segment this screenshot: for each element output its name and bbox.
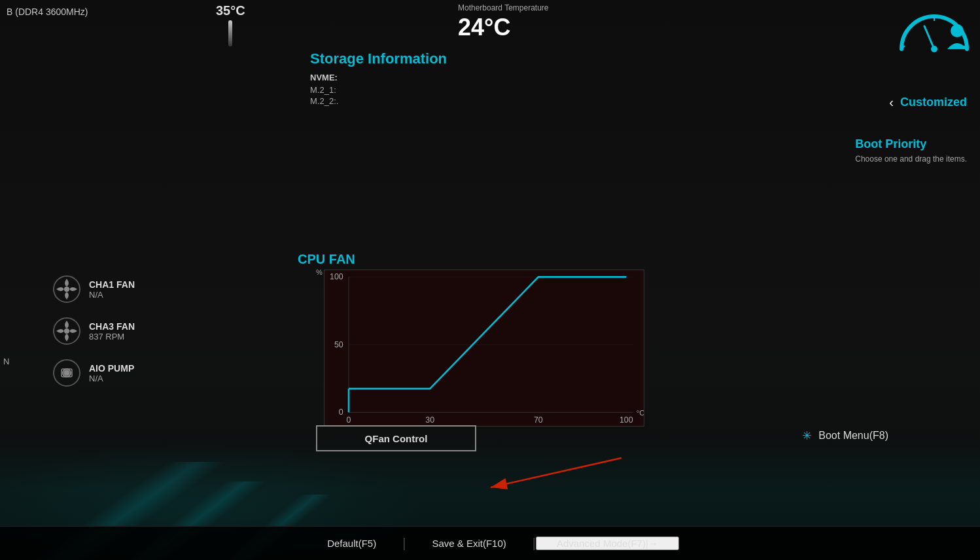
customized-nav[interactable]: ‹ Customized: [889, 95, 980, 110]
fan-info-cha3: CHA3 FAN 837 RPM: [89, 321, 135, 341]
fan-name-aio: AIO PUMP: [89, 363, 134, 374]
svg-point-5: [951, 24, 964, 37]
cpu-fan-title: CPU FAN: [298, 252, 631, 267]
advanced-mode-label: Advanced Mode(F7)|→: [557, 538, 658, 549]
mb-temp-section: Motherboard Temperature 24°C: [458, 3, 549, 41]
left-edge-label: N: [0, 357, 9, 366]
fan-name-cha1: CHA1 FAN: [89, 279, 135, 290]
fan-item-cha3: CHA3 FAN 837 RPM: [52, 317, 135, 345]
snowflake-icon: ✳: [802, 429, 812, 443]
mb-temp-label: Motherboard Temperature: [458, 3, 549, 12]
svg-text:°C: °C: [637, 409, 644, 417]
m2-1-label: M.2_1:: [310, 85, 447, 95]
mb-temp-value: 24°C: [458, 14, 549, 41]
fan-icon-aio: [52, 359, 81, 387]
cpu-temp-section: 35°C: [216, 0, 245, 46]
fan-name-cha3: CHA3 FAN: [89, 321, 135, 332]
fan-item-aio: AIO PUMP N/A: [52, 359, 135, 387]
bottom-bar: Default(F5) | Save & Exit(F10) | Advance…: [0, 526, 980, 560]
fan-speed-cha3: 837 RPM: [89, 332, 135, 341]
qfan-button-label: QFan Control: [365, 433, 428, 444]
storage-title: Storage Information: [310, 50, 447, 67]
advanced-mode-button[interactable]: Advanced Mode(F7)|→: [536, 536, 679, 550]
boot-priority-section: Boot Priority Choose one and drag the it…: [855, 137, 967, 164]
m2-2-label: M.2_2:.: [310, 96, 447, 106]
svg-point-4: [931, 46, 937, 52]
svg-text:30: 30: [425, 415, 434, 425]
fan-info-cha1: CHA1 FAN N/A: [89, 279, 135, 300]
fan-speed-cha1: N/A: [89, 290, 135, 300]
default-label: Default(F5): [327, 538, 376, 549]
fan-icon-cha3: [52, 317, 81, 345]
memory-label: B (DDR4 3600MHz): [7, 7, 88, 17]
memory-text: B (DDR4 3600MHz): [7, 7, 88, 17]
boot-priority-desc: Choose one and drag the items.: [855, 154, 967, 164]
boot-menu-label: Boot Menu(F8): [818, 430, 888, 442]
temp-bar-indicator: [228, 20, 232, 46]
storage-section: Storage Information NVME: M.2_1: M.2_2:.: [310, 50, 447, 107]
fan-section: CHA1 FAN N/A CHA3 FAN 837 RPM AI: [52, 275, 135, 387]
fan-info-aio: AIO PUMP N/A: [89, 363, 134, 383]
svg-text:0: 0: [339, 408, 343, 417]
svg-line-3: [924, 26, 934, 49]
svg-text:70: 70: [534, 415, 543, 425]
qfan-control-button[interactable]: QFan Control: [316, 425, 476, 451]
svg-text:50: 50: [334, 340, 343, 349]
svg-text:100: 100: [330, 272, 343, 281]
nvme-label: NVME:: [310, 73, 447, 82]
svg-point-7: [64, 287, 69, 292]
cpu-fan-section: CPU FAN % 100 50 0 0 30: [298, 252, 631, 427]
save-exit-button[interactable]: Save & Exit(F10): [406, 538, 532, 549]
boot-menu-section[interactable]: ✳ Boot Menu(F8): [802, 429, 888, 443]
fan-icon-cha1: [52, 275, 81, 304]
nav-chevron-icon[interactable]: ‹: [889, 95, 894, 110]
cpu-temp-value: 35°C: [216, 3, 245, 18]
svg-rect-15: [328, 270, 640, 426]
customized-label: Customized: [900, 96, 967, 109]
svg-text:0: 0: [347, 415, 351, 425]
default-button[interactable]: Default(F5): [301, 538, 402, 549]
svg-point-9: [64, 328, 69, 334]
gauge-icon: [895, 3, 973, 62]
fan-chart: 100 50 0 0 30 70 100 °C: [324, 270, 644, 427]
fan-speed-aio: N/A: [89, 374, 134, 383]
save-exit-label: Save & Exit(F10): [432, 538, 506, 549]
boot-priority-title: Boot Priority: [855, 137, 967, 151]
fan-item-cha1: CHA1 FAN N/A: [52, 275, 135, 304]
chart-percent-label: %: [316, 268, 323, 276]
svg-text:100: 100: [620, 415, 633, 425]
